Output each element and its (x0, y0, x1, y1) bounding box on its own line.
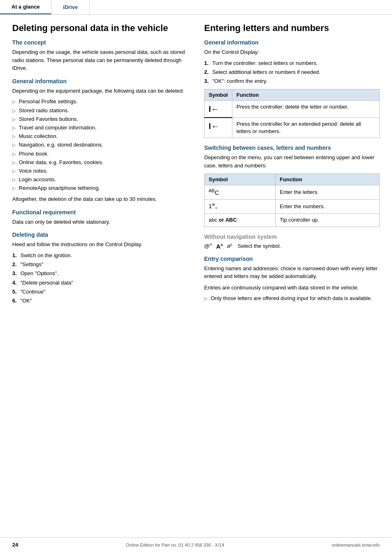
sym-table2-col2: Function (276, 174, 380, 185)
table-row: ABC Enter the letters. (205, 185, 380, 200)
list-item-text: Stored Favorites buttons. (19, 116, 78, 123)
sym-function-cell: Press the controller: delete the letter … (232, 101, 379, 118)
list-item-text: Travel and computer information. (19, 124, 96, 131)
right-column: Entering letters and numbers General inf… (204, 23, 380, 308)
without-nav-heading: Without navigation system (204, 234, 380, 240)
sym-cell: I← (205, 101, 232, 118)
nav-tab-at-a-glance[interactable]: At a glance (0, 0, 51, 14)
list-item: ▷RemoteApp smartphone tethering. (12, 185, 188, 192)
step-item: 1.Turn the controller: select letters or… (204, 60, 380, 67)
list-item-text: Login accounts. (19, 176, 56, 183)
right-main-title: Entering letters and numbers (204, 23, 380, 33)
step-text: Open "Options". (20, 270, 58, 277)
step-item: 3."OK": confirm the entry. (204, 78, 380, 85)
general-info-list: ▷Personal Profile settings. ▷Stored radi… (12, 98, 188, 192)
step-num: 3. (204, 78, 212, 85)
nav-tab-idrive-label: iDrive (63, 4, 78, 10)
left-column: Deleting personal data in the vehicle Th… (12, 23, 188, 308)
bullet-arrow-icon: ▷ (204, 296, 207, 302)
list-item-text: Only those letters are offered during in… (211, 295, 372, 302)
sym2-function-cell: Enter the letters. (276, 185, 380, 200)
list-item: ▷Personal Profile settings. (12, 98, 188, 105)
without-nav-sym2: Aa (216, 242, 223, 250)
step-num: 3. (12, 270, 20, 277)
step-text: "Continue" (20, 288, 45, 296)
deleting-data-heading: Deleting data (12, 231, 188, 238)
entry-comparison-heading: Entry comparison (204, 256, 380, 262)
sym-table1-col1: Symbol (205, 89, 232, 101)
switching-heading: Switching between cases, letters and num… (204, 145, 380, 151)
list-item: ▷Music collection. (12, 133, 188, 140)
general-info-footer: Altogether, the deletion of the data can… (12, 195, 188, 203)
sym2-cell: ABC (205, 185, 276, 200)
deleting-data-body: Heed and follow the instructions on the … (12, 240, 188, 249)
table-row: I← Press the controller for an extended … (205, 118, 380, 138)
step-text: Turn the controller: select letters or n… (212, 60, 318, 67)
bullet-arrow-icon: ▷ (12, 142, 16, 148)
sym2-function-cell: Tip controller up. (276, 214, 380, 227)
bullet-arrow-icon: ▷ (12, 125, 16, 131)
entry-comparison-body1: Entering names and addresses: choice is … (204, 265, 380, 280)
list-item: ▷ Only those letters are offered during … (204, 295, 380, 302)
list-item-text: Music collection. (19, 133, 58, 140)
list-item: ▷Online data, e.g. Favorites, cookies. (12, 159, 188, 166)
list-item-text: Voice notes. (19, 167, 48, 175)
list-item-text: Navigation, e.g. stored destinations. (19, 141, 103, 149)
sym-table2-col1: Symbol (205, 174, 276, 185)
switching-body: Depending on the menu, you can reel betw… (204, 153, 380, 169)
sym-function-cell: Press the controller for an extended per… (232, 118, 379, 138)
left-main-title: Deleting personal data in the vehicle (12, 23, 188, 33)
without-nav-select-text: Select the symbol. (238, 243, 281, 249)
sym2-function-cell: Enter the numbers. (276, 200, 380, 214)
step-item: 4."Delete personal data" (12, 279, 188, 287)
step-item: 2.Select additional letters or numbers i… (204, 69, 380, 76)
step-num: 1. (204, 60, 212, 67)
step-item: 5."Continue" (12, 288, 188, 296)
bullet-arrow-icon: ▷ (12, 185, 16, 191)
step-item: 3.Open "Options". (12, 270, 188, 277)
sym-cell: I← (205, 118, 232, 138)
functional-req-heading: Functional requirement (12, 209, 188, 216)
table-row: abc or ABC Tip controller up. (205, 214, 380, 227)
list-item: ▷Stored Favorites buttons. (12, 116, 188, 123)
symbol-table-2: Symbol Function ABC Enter the letters. 1… (204, 173, 380, 227)
step-item: 1.Switch on the ignition. (12, 252, 188, 259)
sym2-cell: 1⊕+ (205, 200, 276, 214)
step-num: 5. (12, 288, 20, 296)
bullet-arrow-icon: ▷ (12, 133, 16, 140)
step-num: 1. (12, 252, 20, 259)
nav-tab-idrive[interactable]: iDrive (51, 0, 89, 14)
sym2-cell: abc or ABC (205, 214, 276, 227)
without-nav-text: @A Aa aρ Select the symbol. (204, 242, 380, 250)
list-item-text: RemoteApp smartphone tethering. (19, 185, 100, 192)
list-item-text: Personal Profile settings. (19, 98, 78, 105)
nav-tab-at-a-glance-label: At a glance (11, 4, 40, 10)
table-row: 1⊕+ Enter the numbers. (205, 200, 380, 214)
step-text: Switch on the ignition. (20, 252, 72, 259)
bullet-arrow-icon: ▷ (12, 108, 16, 114)
without-nav-sym3: aρ (227, 242, 232, 249)
step-text: "Delete personal data" (20, 279, 73, 287)
concept-body: Depending on the usage, the vehicle save… (12, 48, 188, 72)
deleting-data-steps: 1.Switch on the ignition. 2."Settings" 3… (12, 252, 188, 305)
top-nav: At a glance iDrive (0, 0, 392, 15)
step-text: "OK" (20, 297, 32, 305)
list-item: ▷Travel and computer information. (12, 124, 188, 131)
list-item: ▷Login accounts. (12, 176, 188, 183)
step-text: Select additional letters or numbers if … (212, 69, 321, 76)
step-text: "Settings" (20, 261, 43, 268)
step-item: 2."Settings" (12, 261, 188, 268)
step-num: 6. (12, 297, 20, 305)
main-content: Deleting personal data in the vehicle Th… (0, 15, 392, 316)
functional-req-body: Data can only be deleted while stationar… (12, 218, 188, 226)
entry-comparison-list: ▷ Only those letters are offered during … (204, 295, 380, 302)
list-item-text: Online data, e.g. Favorites, cookies. (19, 159, 103, 166)
right-general-info-heading: General information (204, 39, 380, 46)
list-item-text: Phone book. (19, 150, 49, 158)
bullet-arrow-icon: ▷ (12, 151, 16, 157)
bullet-arrow-icon: ▷ (12, 160, 16, 166)
bullet-arrow-icon: ▷ (12, 177, 16, 183)
list-item: ▷Stored radio stations. (12, 107, 188, 114)
list-item: ▷Phone book. (12, 150, 188, 158)
step-item: 6."OK" (12, 297, 188, 305)
